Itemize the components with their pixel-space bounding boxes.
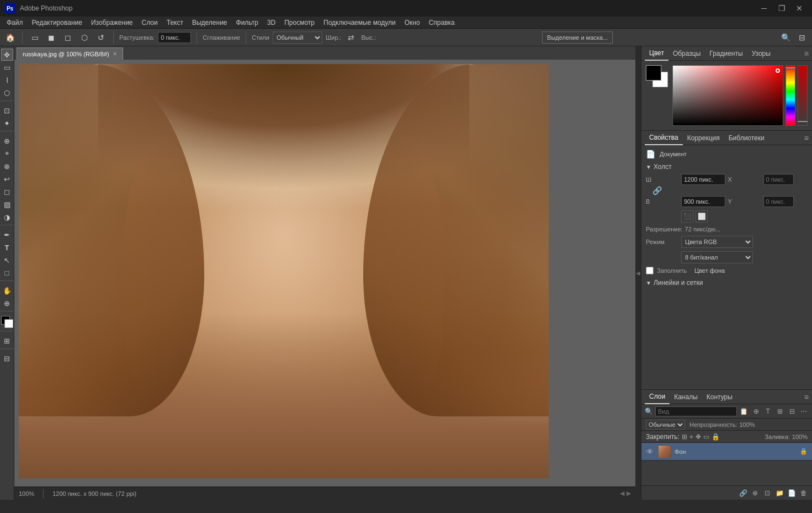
minimize-button[interactable]: ─ — [756, 0, 772, 17]
eyedropper-tool[interactable]: ✦ — [1, 117, 13, 129]
color-tab[interactable]: Цвет — [645, 46, 668, 61]
link-dimensions-icon[interactable]: 🔗 — [652, 186, 662, 195]
menu-item-просмотр[interactable]: Просмотр — [280, 18, 319, 28]
link-layers-btn[interactable]: 🔗 — [738, 488, 748, 498]
bit-depth-select[interactable]: 8 бит/канал — [681, 251, 753, 263]
properties-tab[interactable]: Свойства — [645, 131, 683, 145]
panel-collapse-handle[interactable]: ◀ — [635, 46, 641, 500]
layers-tab[interactable]: Слои — [645, 390, 670, 404]
foreground-color-swatch[interactable] — [646, 65, 661, 81]
lock-artboard-icon[interactable]: ▭ — [703, 433, 709, 441]
zoom-tool[interactable]: ⊕ — [1, 297, 13, 309]
layer-mask-icon[interactable]: ⊟ — [787, 406, 797, 416]
layer-copy-icon[interactable]: ⊕ — [751, 406, 761, 416]
fill-checkbox[interactable] — [646, 267, 654, 274]
home-button[interactable]: 🏠 — [3, 31, 17, 44]
lock-all-icon[interactable]: 🔒 — [712, 433, 720, 441]
canvas-section-header[interactable]: ▼ Холст — [646, 163, 808, 171]
portrait-btn[interactable]: ⬛ — [681, 210, 693, 223]
screen-mode-tool[interactable]: ⊟ — [1, 352, 13, 364]
rulers-section-header[interactable]: ▼ Линейки и сетки — [646, 279, 808, 287]
text-tool[interactable]: T — [1, 241, 13, 253]
props-panel-menu[interactable]: ≡ — [804, 134, 809, 142]
shape-tool-btn[interactable]: ◼ — [45, 31, 58, 44]
layer-new-icon[interactable]: 📋 — [739, 406, 749, 416]
clone-tool[interactable]: ⊗ — [1, 160, 13, 172]
color-panel-menu[interactable]: ≡ — [804, 49, 809, 58]
layer-visibility-icon[interactable]: 👁 — [646, 447, 655, 456]
layer-more-icon[interactable]: ⋯ — [799, 406, 809, 416]
document-tab[interactable]: russkaya.jpg @ 100% (RGB/8#) ✕ — [17, 47, 123, 60]
layers-panel-menu[interactable]: ≡ — [804, 393, 809, 401]
marquee-tool-btn[interactable]: ▭ — [28, 31, 41, 44]
new-layer-btn[interactable]: 📄 — [787, 488, 797, 498]
mask-button[interactable]: Выделение и маска... — [542, 31, 613, 44]
add-style-btn[interactable]: ⊕ — [750, 488, 760, 498]
move-tool[interactable]: ✥ — [1, 49, 13, 61]
history-brush-tool[interactable]: ↩ — [1, 173, 13, 185]
canvas-container[interactable] — [14, 60, 635, 486]
menu-item-изображение[interactable]: Изображение — [87, 18, 137, 28]
rotate-tool-btn[interactable]: ↺ — [94, 31, 108, 44]
corrections-tab[interactable]: Коррекция — [683, 131, 724, 145]
gradients-tab[interactable]: Градиенты — [705, 46, 747, 61]
blend-mode-select[interactable]: Обычные — [646, 420, 685, 430]
marquee-tool[interactable]: ▭ — [1, 61, 13, 73]
shape2-tool-btn[interactable]: ◻ — [61, 31, 75, 44]
menu-item-3d[interactable]: 3D — [263, 18, 280, 28]
lock-move-icon[interactable]: ✥ — [696, 433, 701, 441]
brush-tool[interactable]: ⌖ — [1, 147, 13, 160]
pen-tool[interactable]: ✒ — [1, 229, 13, 241]
shape3-tool-btn[interactable]: ⬡ — [78, 31, 91, 44]
search-icon[interactable]: 🔍 — [779, 31, 792, 44]
menu-item-справка[interactable]: Справка — [424, 18, 459, 28]
paths-tab[interactable]: Контуры — [702, 390, 737, 404]
delete-layer-btn[interactable]: 🗑 — [799, 488, 809, 498]
eraser-tool[interactable]: ◻ — [1, 186, 13, 198]
swap-wh-btn[interactable]: ⇄ — [344, 31, 358, 44]
dodge-tool[interactable]: ◑ — [1, 211, 13, 223]
new-group-btn[interactable]: 📁 — [774, 488, 784, 498]
x-input[interactable] — [763, 174, 794, 185]
menu-item-слои[interactable]: Слои — [137, 18, 162, 28]
menu-item-редактирование[interactable]: Редактирование — [28, 18, 87, 28]
path-select-tool[interactable]: ↖ — [1, 254, 13, 266]
shape-tool[interactable]: □ — [1, 267, 13, 279]
lasso-tool[interactable]: ⌇ — [1, 74, 13, 86]
hue-spectrum[interactable] — [786, 65, 795, 126]
lock-brush-icon[interactable]: ⌖ — [689, 433, 693, 441]
style-select[interactable]: Обычный — [273, 31, 322, 44]
layer-item[interactable]: 👁 Фон 🔒 — [641, 443, 812, 461]
menu-item-файл[interactable]: Файл — [2, 18, 28, 28]
landscape-btn[interactable]: ⬜ — [696, 210, 708, 223]
healing-tool[interactable]: ⊕ — [1, 135, 13, 147]
hand-tool[interactable]: ✋ — [1, 284, 13, 297]
layer-fx-icon[interactable]: ⊞ — [775, 406, 785, 416]
layer-text-icon[interactable]: T — [763, 406, 773, 416]
lock-pixels-icon[interactable]: ⊞ — [682, 433, 687, 441]
add-mask-btn[interactable]: ⊡ — [762, 488, 772, 498]
layers-search-input[interactable] — [655, 406, 737, 416]
swatches-tab[interactable]: Образцы — [668, 46, 705, 61]
close-button[interactable]: ✕ — [791, 0, 808, 17]
magic-wand-tool[interactable]: ⬡ — [1, 87, 13, 99]
menu-item-окно[interactable]: Окно — [400, 18, 424, 28]
alpha-channel[interactable] — [798, 65, 808, 126]
color-gradient-picker[interactable] — [672, 65, 783, 126]
menu-item-фильтр[interactable]: Фильтр — [232, 18, 263, 28]
quick-mask-tool[interactable]: ⊞ — [1, 335, 13, 347]
menu-item-подключаемые-модули[interactable]: Подключаемые модули — [319, 18, 400, 28]
channels-tab[interactable]: Каналы — [670, 390, 702, 404]
patterns-tab[interactable]: Узоры — [747, 46, 775, 61]
canvas-height-input[interactable] — [681, 196, 725, 207]
foreground-color[interactable] — [1, 316, 13, 328]
crop-tool[interactable]: ⊡ — [1, 104, 13, 117]
menu-item-выделение[interactable]: Выделение — [188, 18, 232, 28]
restore-button[interactable]: ❐ — [773, 0, 790, 17]
workspace-icon[interactable]: ⊟ — [795, 31, 809, 44]
feather-input[interactable] — [158, 32, 191, 43]
canvas-width-input[interactable] — [681, 174, 725, 185]
mode-select[interactable]: Цвета RGB — [681, 236, 753, 248]
libraries-tab[interactable]: Библиотеки — [724, 131, 769, 145]
gradient-tool[interactable]: ▨ — [1, 198, 13, 210]
